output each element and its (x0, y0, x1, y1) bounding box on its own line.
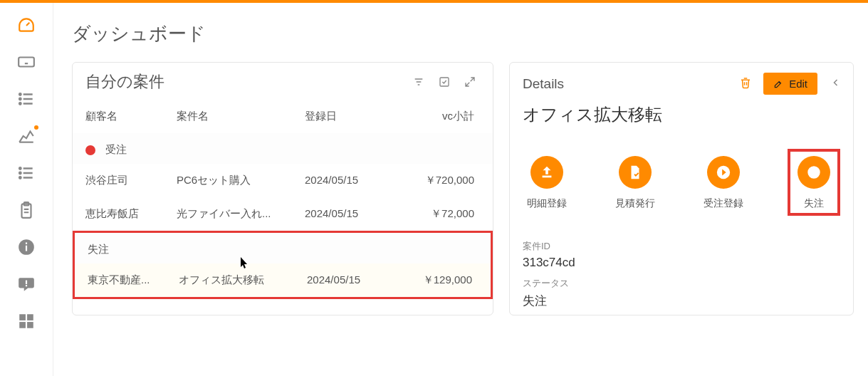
comment-icon[interactable] (17, 275, 36, 293)
forbid-icon (798, 156, 830, 189)
svg-rect-17 (543, 176, 552, 178)
details-panel: Details Edit オフィス拡大移転 (509, 62, 854, 315)
case-id-label: 案件ID (523, 240, 840, 253)
file-icon (619, 156, 652, 189)
status-dot-icon (85, 145, 95, 155)
detail-case-name: オフィス拡大移転 (510, 100, 853, 135)
keyboard-icon[interactable] (17, 53, 36, 71)
action-order-register[interactable]: 受注登録 (704, 156, 743, 213)
trash-icon[interactable] (739, 76, 752, 92)
svg-point-5 (19, 172, 21, 174)
clipboard-icon[interactable] (17, 201, 36, 219)
info-icon[interactable] (17, 238, 36, 256)
cursor-icon (237, 256, 249, 273)
group-label: 受注 (105, 143, 127, 157)
expand-icon[interactable] (460, 72, 480, 92)
group-lost[interactable]: 失注 (75, 233, 491, 263)
cases-title: 自分の案件 (85, 71, 403, 93)
list-icon[interactable] (17, 90, 36, 108)
check-icon[interactable] (434, 72, 454, 92)
case-id-value: 313c74cd (523, 256, 840, 270)
action-lost[interactable]: 失注 (788, 149, 840, 216)
group-received[interactable]: 受注 (73, 133, 493, 164)
collapse-icon[interactable] (832, 77, 840, 91)
col-case-name: 案件名 (177, 110, 305, 123)
svg-point-1 (19, 93, 21, 95)
table-row[interactable]: 東京不動産... オフィス拡大移転 2024/05/15 ￥129,000 (75, 263, 491, 297)
group-label: 失注 (88, 243, 109, 256)
svg-rect-16 (440, 78, 449, 86)
my-cases-panel: 自分の案件 顧客名 案件名 登録日 vc小計 (72, 62, 493, 315)
svg-rect-12 (19, 314, 26, 320)
status-value: 失注 (523, 293, 840, 309)
svg-rect-11 (26, 285, 27, 286)
svg-rect-0 (19, 58, 34, 67)
table-header: 顧客名 案件名 登録日 vc小計 (73, 101, 493, 133)
svg-point-2 (19, 98, 21, 100)
svg-point-3 (19, 103, 21, 104)
page-title: ダッシュボード (72, 21, 854, 46)
svg-point-4 (19, 167, 21, 169)
svg-rect-10 (26, 281, 27, 284)
list2-icon[interactable] (17, 164, 36, 182)
chart-icon[interactable] (17, 127, 36, 145)
lost-section-highlight: 失注 東京不動産... オフィス拡大移転 2024/05/15 ￥129,000 (73, 231, 493, 299)
details-title: Details (523, 76, 739, 92)
col-reg-date: 登録日 (305, 110, 417, 123)
col-amount: vc小計 (417, 110, 480, 123)
sidebar (0, 3, 53, 376)
table-row[interactable]: 恵比寿飯店 光ファイバー入れ... 2024/05/15 ￥72,000 (73, 197, 493, 231)
action-detail-register[interactable]: 明細登録 (527, 156, 567, 213)
action-quote[interactable]: 見積発行 (615, 156, 655, 213)
edit-button[interactable]: Edit (763, 73, 817, 95)
svg-rect-15 (27, 322, 33, 328)
dashboard-icon[interactable] (17, 16, 36, 34)
status-label: ステータス (523, 277, 840, 290)
arrow-right-icon (707, 156, 740, 189)
col-customer: 顧客名 (85, 110, 177, 123)
apps-icon[interactable] (17, 312, 36, 330)
filter-icon[interactable] (409, 72, 429, 92)
svg-point-6 (19, 177, 21, 178)
upload-icon (530, 156, 563, 189)
svg-rect-13 (27, 314, 33, 320)
svg-rect-14 (19, 322, 26, 328)
table-row[interactable]: 渋谷庄司 PC6セット購入 2024/05/15 ￥720,000 (73, 164, 493, 197)
